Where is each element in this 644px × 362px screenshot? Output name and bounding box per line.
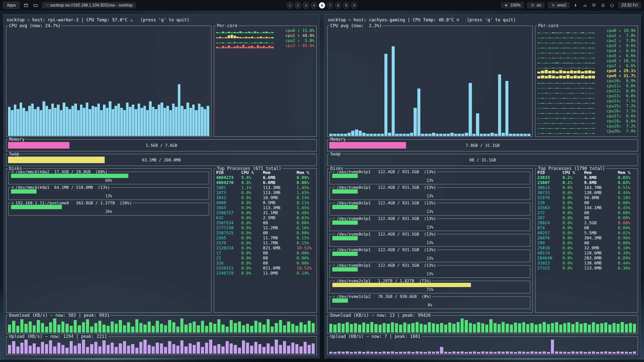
workspace-2[interactable]: 2 bbox=[295, 2, 301, 9]
workspace-4[interactable]: 4 bbox=[311, 2, 317, 9]
chart-bar bbox=[576, 322, 579, 333]
bell-icon[interactable] bbox=[600, 2, 606, 8]
core-row: cpu11↓ 6.0% bbox=[537, 83, 636, 88]
bottom-edge-shadow bbox=[0, 360, 644, 362]
chart-bar bbox=[502, 322, 505, 333]
core-sparkline bbox=[537, 130, 595, 134]
process-cell: 0.15% bbox=[297, 241, 315, 246]
chart-bar bbox=[354, 352, 357, 354]
chart-bar bbox=[111, 322, 114, 333]
workspace-0[interactable]: 0 bbox=[351, 2, 357, 9]
core-label: cpu2 ↓ 5.0% bbox=[276, 38, 314, 43]
chart-bar bbox=[107, 345, 110, 354]
chart-bar bbox=[16, 326, 19, 333]
terminal-window-rpi-worker-3[interactable]: socktop — host: rpi-worker-3 | CPU Temp:… bbox=[3, 14, 319, 358]
disk-usage-bar bbox=[332, 267, 358, 272]
core-sparkline bbox=[537, 95, 595, 99]
workspace-3[interactable]: 3 bbox=[303, 2, 309, 9]
chart-bar bbox=[494, 323, 497, 333]
chart-bar bbox=[333, 352, 336, 354]
chart-bar bbox=[127, 346, 130, 354]
process-cell: 0.00% bbox=[618, 225, 636, 231]
chart-bar bbox=[11, 110, 13, 136]
socktop-header: socktop — host: rpi-worker-3 | CPU Temp:… bbox=[6, 17, 317, 23]
network-indicator[interactable]: eno2 bbox=[548, 2, 570, 9]
window-icon[interactable] bbox=[23, 2, 29, 9]
chart-bar bbox=[28, 106, 31, 136]
process-cell: 0B bbox=[584, 210, 618, 215]
chart-bar bbox=[41, 323, 44, 333]
process-row: 10430.0%113.3MB1.45% bbox=[216, 205, 315, 210]
files-icon[interactable] bbox=[32, 2, 39, 9]
chart-bar bbox=[381, 134, 384, 136]
chart-bar bbox=[262, 325, 265, 333]
process-cell: 0.0% bbox=[562, 236, 584, 241]
network-arrows-icon bbox=[551, 3, 555, 7]
power-profile-indicator[interactable]: on bbox=[527, 2, 545, 9]
clock[interactable]: 23:32 Fri bbox=[618, 2, 641, 9]
workspace-7[interactable]: 7 bbox=[327, 2, 333, 9]
core-sparkline bbox=[537, 79, 595, 83]
workspace-1[interactable]: 1 bbox=[287, 2, 293, 9]
process-cell: 0B bbox=[263, 251, 297, 256]
chart-bar bbox=[86, 319, 89, 333]
disk-usage-bar bbox=[332, 174, 358, 178]
process-cell: 0.00% bbox=[618, 241, 636, 246]
chart-bar bbox=[498, 324, 501, 333]
chart-bar bbox=[362, 133, 366, 136]
workspace-8[interactable]: 8 bbox=[335, 2, 341, 9]
disk-list: ⊟/dev/mmcblk0p2 17.4GB / 28.8GB (60%)60%… bbox=[8, 172, 209, 311]
apps-button[interactable]: Apps bbox=[3, 2, 20, 9]
process-row: 39420.0%10.9MB0.14% bbox=[216, 195, 315, 200]
chart-bar bbox=[57, 325, 60, 333]
bolt-icon[interactable] bbox=[573, 2, 579, 8]
volume-indicator[interactable]: 100% bbox=[501, 2, 524, 9]
disk-usage-bar bbox=[332, 220, 358, 225]
disk-usage-track bbox=[332, 236, 528, 240]
spark-bar bbox=[260, 47, 262, 48]
chart-bar bbox=[70, 341, 73, 354]
chart-bar bbox=[387, 324, 390, 333]
panel-title: Top Processes (671 total) bbox=[216, 166, 282, 171]
process-cell: 874 bbox=[537, 225, 562, 231]
chart-bar bbox=[432, 323, 435, 333]
chart-bar bbox=[447, 134, 450, 136]
chart-bar bbox=[506, 351, 509, 354]
layers-icon[interactable] bbox=[591, 2, 597, 8]
chart-bar bbox=[584, 352, 587, 354]
chart-bar bbox=[8, 345, 11, 354]
memory-panel: Memory 1.5GB / 7.6GB bbox=[6, 139, 317, 151]
disk-box: ⊟/dev/mmcblk0p1 64.1MB / 510.0MB (13%)13… bbox=[8, 187, 209, 200]
process-cell: 0.96% bbox=[618, 236, 636, 241]
window-title-pill[interactable]: ~: socktop ws://192.168.1.104:3031/ws - … bbox=[42, 2, 136, 9]
process-cell: 30733 bbox=[537, 190, 562, 195]
power-icon[interactable] bbox=[609, 2, 615, 8]
chart-bar bbox=[377, 134, 380, 136]
process-cell: 4088 bbox=[216, 200, 241, 205]
workspace-9[interactable]: 9 bbox=[343, 2, 349, 9]
chart-bar bbox=[469, 352, 472, 354]
chart-bar bbox=[494, 352, 497, 354]
process-cell: 326 bbox=[216, 261, 241, 266]
chart-bar bbox=[24, 324, 27, 333]
chart-bar bbox=[358, 325, 361, 333]
chart-bar bbox=[119, 343, 122, 354]
chart-bar bbox=[358, 351, 361, 354]
chart-bar bbox=[193, 322, 196, 333]
process-cell: 11.0MB bbox=[263, 271, 297, 276]
disk-usage-percent: 13% bbox=[330, 225, 530, 230]
process-cell: 2.5GB bbox=[584, 220, 618, 225]
workspace-6[interactable]: 6 bbox=[319, 2, 325, 9]
per-core-list: cpu0 ↑ 15.8%cpu1 ↑ 40.0%cpu2 ↓ 5.0%cpu3 … bbox=[216, 28, 314, 135]
terminal-window-cachyos-gaming[interactable]: socktop — host: cachyos-gaming | CPU Tem… bbox=[325, 14, 641, 358]
chart-bar bbox=[250, 346, 253, 354]
core-sparkline bbox=[537, 74, 595, 78]
stats-bars-icon[interactable] bbox=[582, 2, 588, 8]
panel-title: Download (KB/s) — now: 583 | peak: 9931 bbox=[8, 313, 110, 318]
process-cell: 4.3% bbox=[241, 180, 263, 185]
chart-bar bbox=[242, 325, 245, 333]
chart-bar bbox=[374, 352, 377, 354]
disk-usage-percent: 60% bbox=[9, 178, 209, 183]
chart-bar bbox=[428, 322, 431, 333]
core-sparkline bbox=[537, 105, 595, 109]
